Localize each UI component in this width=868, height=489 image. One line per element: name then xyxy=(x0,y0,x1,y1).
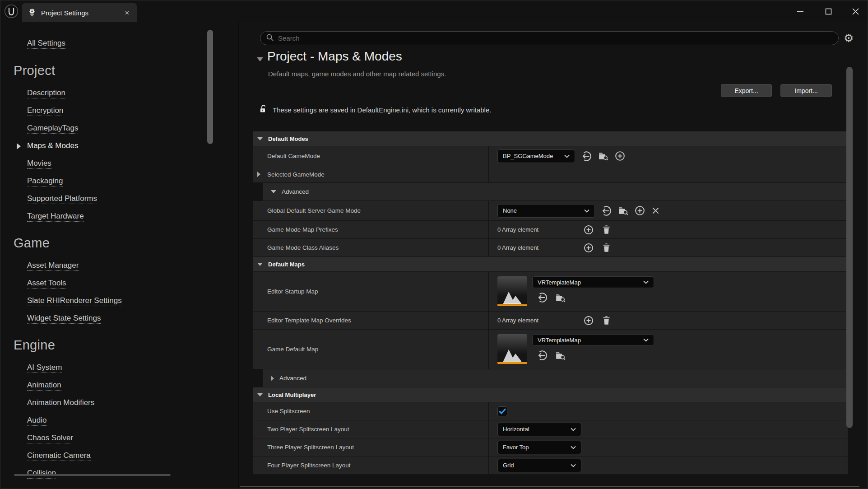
section-header-default-maps[interactable]: Default Maps xyxy=(253,257,848,272)
sidebar-item-ai-system[interactable]: AI System xyxy=(0,359,238,377)
chevron-down-icon xyxy=(643,338,649,342)
tab-project-settings[interactable]: Project Settings ✕ xyxy=(22,3,137,22)
sidebar-item-all-settings[interactable]: All Settings xyxy=(0,35,238,53)
main-vertical-scrollbar[interactable] xyxy=(846,67,853,428)
sidebar-item-animation-modifiers[interactable]: Animation Modifiers xyxy=(0,394,238,412)
sidebar-item-animation[interactable]: Animation xyxy=(0,377,238,394)
search-box[interactable] xyxy=(260,31,839,45)
delete-icon[interactable] xyxy=(602,224,611,235)
row-four-player-splitscreen-layout: Four Player Splitscreen Layout Grid xyxy=(253,456,848,475)
settings-main-panel: ⚙ Project - Maps & Modes Default maps, g… xyxy=(238,22,868,489)
sidebar-item-label: All Settings xyxy=(27,39,65,49)
sidebar-vertical-scrollbar[interactable] xyxy=(207,30,213,144)
use-splitscreen-checkbox[interactable] xyxy=(497,406,507,416)
page-collapse-triangle-icon[interactable] xyxy=(257,57,263,61)
sidebar-section-project: Project xyxy=(0,56,238,84)
subsection-advanced-default-maps[interactable]: Advanced xyxy=(263,369,848,387)
add-element-icon[interactable] xyxy=(614,150,626,162)
sidebar-item-widget-state-settings[interactable]: Widget State Settings xyxy=(0,310,238,327)
global-default-server-game-mode-dropdown[interactable]: None xyxy=(497,204,595,218)
expander-down-icon[interactable] xyxy=(257,393,263,396)
tab-title: Project Settings xyxy=(41,9,123,17)
browse-to-asset-icon[interactable] xyxy=(598,150,609,162)
expander-down-icon[interactable] xyxy=(257,137,263,140)
browse-to-asset-icon[interactable] xyxy=(555,349,566,361)
map-asset-thumbnail[interactable] xyxy=(497,334,527,364)
section-header-local-multiplayer[interactable]: Local Multiplayer xyxy=(253,387,848,402)
clear-icon[interactable] xyxy=(651,206,660,215)
window-close-button[interactable] xyxy=(845,0,866,22)
row-global-default-server-game-mode: Global Default Server Game Mode None xyxy=(253,201,848,221)
section-header-default-modes[interactable]: Default Modes xyxy=(253,131,848,146)
sidebar-item-description[interactable]: Description xyxy=(0,84,238,102)
config-file-notice-text: These settings are saved in DefaultEngin… xyxy=(273,106,491,114)
row-editor-startup-map: Editor Startup Map VRTemplateMap xyxy=(253,272,848,312)
use-selected-asset-icon[interactable] xyxy=(536,292,548,303)
sidebar-item-asset-manager[interactable]: Asset Manager xyxy=(0,257,238,275)
expander-down-icon[interactable] xyxy=(271,190,276,193)
row-selected-gamemode[interactable]: Selected GameMode xyxy=(253,166,848,183)
row-use-splitscreen: Use Splitscreen xyxy=(253,402,848,420)
chevron-down-icon xyxy=(643,280,649,284)
browse-to-asset-icon[interactable] xyxy=(617,205,629,216)
sidebar-item-maps-and-modes[interactable]: Maps & Modes xyxy=(0,137,238,155)
two-player-splitscreen-dropdown[interactable]: Horizontal xyxy=(497,423,581,436)
sidebar-item-target-hardware[interactable]: Target Hardware xyxy=(0,208,238,225)
map-asset-thumbnail[interactable] xyxy=(497,276,527,306)
active-item-triangle-icon xyxy=(17,143,21,149)
use-selected-asset-icon[interactable] xyxy=(580,150,592,162)
checkmark-icon xyxy=(498,407,506,415)
default-gamemode-dropdown[interactable]: BP_SGGameMode xyxy=(497,149,575,163)
page-title: Project - Maps & Modes xyxy=(267,49,402,64)
sidebar-item-asset-tools[interactable]: Asset Tools xyxy=(0,275,238,292)
browse-to-asset-icon[interactable] xyxy=(555,292,566,303)
main-horizontal-scrollbar[interactable] xyxy=(240,486,859,487)
expander-right-icon[interactable] xyxy=(271,376,274,381)
sidebar-item-cinematic-camera[interactable]: Cinematic Camera xyxy=(0,447,238,465)
import-button[interactable]: Import... xyxy=(780,84,832,97)
row-three-player-splitscreen-layout: Three Player Splitscreen Layout Favor To… xyxy=(253,438,848,456)
sidebar-section-engine: Engine xyxy=(0,331,238,359)
add-element-icon[interactable] xyxy=(583,224,594,235)
row-editor-template-map-overrides: Editor Template Map Overrides 0 Array el… xyxy=(253,312,848,330)
sidebar-item-movies[interactable]: Movies xyxy=(0,155,238,172)
sidebar-item-packaging[interactable]: Packaging xyxy=(0,172,238,190)
sidebar-item-chaos-solver[interactable]: Chaos Solver xyxy=(0,429,238,447)
add-element-icon[interactable] xyxy=(634,205,645,216)
gear-icon[interactable]: ⚙ xyxy=(844,30,854,46)
sidebar-section-game: Game xyxy=(0,229,238,257)
sidebar-item-gameplaytags[interactable]: GameplayTags xyxy=(0,120,238,137)
delete-icon[interactable] xyxy=(602,315,611,326)
project-settings-window: Project Settings ✕ All Settings Project … xyxy=(0,0,868,489)
project-settings-icon xyxy=(28,8,37,17)
sidebar-item-collision[interactable]: Collision xyxy=(0,465,238,482)
window-maximize-button[interactable] xyxy=(818,0,839,22)
add-element-icon[interactable] xyxy=(583,242,594,253)
use-selected-asset-icon[interactable] xyxy=(536,349,548,361)
editor-startup-map-dropdown[interactable]: VRTemplateMap xyxy=(532,276,654,288)
chevron-down-icon xyxy=(571,446,576,449)
game-default-map-dropdown[interactable]: VRTemplateMap xyxy=(532,334,654,346)
tab-close-icon[interactable]: ✕ xyxy=(123,9,131,17)
settings-rows: Default Modes Default GameMode BP_SGGame… xyxy=(253,131,848,475)
delete-icon[interactable] xyxy=(602,242,611,253)
export-button[interactable]: Export... xyxy=(721,84,772,97)
sidebar-item-audio[interactable]: Audio xyxy=(0,412,238,429)
expander-down-icon[interactable] xyxy=(257,263,263,266)
subsection-advanced-default-modes[interactable]: Advanced xyxy=(263,183,848,201)
chevron-down-icon xyxy=(584,209,589,213)
sidebar-item-slate-rhirenderer-settings[interactable]: Slate RHIRenderer Settings xyxy=(0,292,238,310)
search-input[interactable] xyxy=(278,34,833,42)
three-player-splitscreen-dropdown[interactable]: Favor Top xyxy=(497,441,581,454)
four-player-splitscreen-dropdown[interactable]: Grid xyxy=(497,459,581,472)
use-selected-asset-icon[interactable] xyxy=(600,205,612,217)
search-icon xyxy=(266,33,274,43)
array-element-count: 0 Array element xyxy=(497,226,578,233)
window-minimize-button[interactable] xyxy=(790,0,811,22)
sidebar-item-encryption[interactable]: Encryption xyxy=(0,102,238,120)
row-game-default-map: Game Default Map VRTemplateMap xyxy=(253,330,848,369)
expander-right-icon[interactable] xyxy=(257,172,260,177)
sidebar-horizontal-scrollbar[interactable] xyxy=(14,474,171,476)
add-element-icon[interactable] xyxy=(583,315,594,326)
sidebar-item-supported-platforms[interactable]: Supported Platforms xyxy=(0,190,238,208)
